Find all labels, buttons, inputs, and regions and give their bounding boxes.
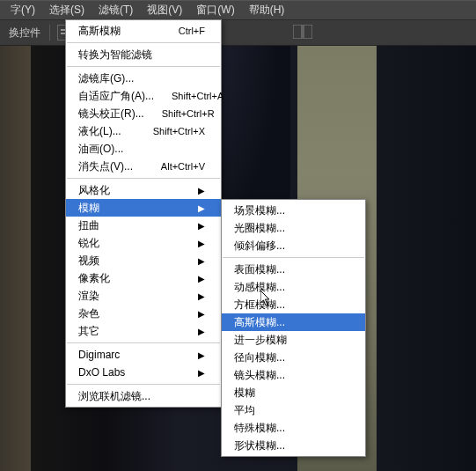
menu-item-label: 浏览联机滤镜... — [78, 389, 205, 404]
menu-separator — [223, 257, 364, 258]
menu-item-label: DxO Labs — [78, 366, 198, 379]
blur-item-1-0[interactable]: 表面模糊... — [222, 261, 365, 278]
menu-item-label: 视频 — [78, 254, 198, 269]
menu-item-label: 滤镜库(G)... — [78, 71, 205, 86]
menu-item-label: 场景模糊... — [234, 203, 349, 218]
menu-separator — [67, 342, 220, 343]
submenu-arrow-icon: ▶ — [198, 239, 205, 248]
filter-item-1-1[interactable]: 模糊▶ — [66, 199, 221, 217]
blur-item-1-2[interactable]: 方框模糊... — [222, 296, 365, 313]
filter-item-1-6[interactable]: 渲染▶ — [66, 287, 221, 305]
menu-item-label: 镜头模糊... — [234, 368, 349, 383]
filter-item-1-4[interactable]: 视频▶ — [66, 252, 221, 269]
filter-item-1-7[interactable]: 杂色▶ — [66, 305, 221, 322]
menu-item-label: 进一步模糊 — [234, 333, 349, 348]
submenu-arrow-icon: ▶ — [198, 256, 205, 266]
menu-item-label: 模糊 — [234, 386, 349, 401]
filter-item-2-0[interactable]: Digimarc▶ — [66, 346, 221, 364]
menu-shortcut: Shift+Ctrl+X — [153, 126, 205, 136]
panel-layout-icon[interactable] — [293, 25, 312, 40]
filter-item-0-3[interactable]: 液化(L)...Shift+Ctrl+X — [66, 122, 221, 140]
filter-item-1-2[interactable]: 扭曲▶ — [66, 217, 221, 234]
menu-item-label: 模糊 — [78, 201, 198, 216]
menu-type[interactable]: 字(Y) — [4, 1, 42, 19]
menu-item-label: 高斯模糊... — [234, 315, 349, 330]
submenu-arrow-icon: ▶ — [198, 203, 205, 213]
menu-item-label: 扭曲 — [78, 218, 198, 233]
menu-item-label: 方框模糊... — [234, 298, 349, 313]
filter-item-0-4[interactable]: 油画(O)... — [66, 140, 221, 158]
menu-item-label: 径向模糊... — [234, 350, 349, 365]
toolbar-divider — [49, 25, 50, 40]
filter-item-0-0[interactable]: 滤镜库(G)... — [66, 70, 221, 87]
menu-item-label: 倾斜偏移... — [234, 239, 349, 254]
blur-item-1-10[interactable]: 形状模糊... — [222, 437, 365, 454]
submenu-arrow-icon: ▶ — [198, 327, 205, 336]
blur-item-1-5[interactable]: 径向模糊... — [222, 349, 365, 366]
blur-item-1-9[interactable]: 特殊模糊... — [222, 419, 365, 437]
blur-item-0-2[interactable]: 倾斜偏移... — [222, 237, 365, 254]
submenu-arrow-icon: ▶ — [198, 186, 205, 195]
toolbar-label: 换控件 — [4, 26, 46, 40]
menu-item-label: 形状模糊... — [234, 438, 349, 453]
blur-item-1-1[interactable]: 动感模糊... — [222, 278, 365, 296]
menu-item-label: 特殊模糊... — [234, 421, 349, 436]
menu-separator — [67, 66, 220, 67]
submenu-arrow-icon: ▶ — [198, 350, 205, 360]
menu-item-label: 液化(L)... — [78, 124, 135, 139]
blur-item-1-7[interactable]: 模糊 — [222, 384, 365, 401]
menu-item-label: 动感模糊... — [234, 280, 349, 295]
submenu-arrow-icon: ▶ — [198, 291, 205, 301]
menu-item-label: 像素化 — [78, 271, 198, 286]
filter-item-0-2[interactable]: 镜头校正(R)...Shift+Ctrl+R — [66, 105, 221, 122]
filter-item-0-1[interactable]: 自适应广角(A)...Shift+Ctrl+A — [66, 87, 221, 105]
menu-shortcut: Shift+Ctrl+R — [162, 108, 215, 119]
menu-item-label: 表面模糊... — [234, 262, 349, 277]
menu-item-label: 油画(O)... — [78, 142, 205, 157]
menu-item-label: 渲染 — [78, 289, 198, 304]
menu-window[interactable]: 窗口(W) — [189, 1, 241, 19]
menu-item-label: 风格化 — [78, 183, 198, 198]
menu-shortcut: Shift+Ctrl+A — [172, 91, 223, 101]
menu-filter[interactable]: 滤镜(T) — [92, 1, 140, 19]
main-menubar: 字(Y) 选择(S) 滤镜(T) 视图(V) 窗口(W) 帮助(H) — [0, 0, 476, 19]
menu-separator — [67, 42, 220, 43]
submenu-arrow-icon: ▶ — [198, 221, 205, 231]
blur-item-1-3[interactable]: 高斯模糊... — [222, 313, 365, 331]
submenu-arrow-icon: ▶ — [198, 368, 205, 378]
submenu-arrow-icon: ▶ — [198, 309, 205, 319]
menu-item-label: 镜头校正(R)... — [78, 107, 144, 121]
blur-item-1-8[interactable]: 平均 — [222, 401, 365, 419]
menu-help[interactable]: 帮助(H) — [242, 1, 292, 19]
menu-shortcut: Alt+Ctrl+V — [161, 161, 205, 172]
menu-separator — [67, 384, 220, 385]
blur-item-0-1[interactable]: 光圈模糊... — [222, 219, 365, 237]
blur-submenu: 场景模糊...光圈模糊...倾斜偏移...表面模糊...动感模糊...方框模糊.… — [221, 199, 366, 457]
menu-item-label: 其它 — [78, 324, 198, 339]
filter-dropdown: 高斯模糊Ctrl+F转换为智能滤镜滤镜库(G)...自适应广角(A)...Shi… — [65, 19, 222, 408]
filter-item-0-5[interactable]: 消失点(V)...Alt+Ctrl+V — [66, 158, 221, 175]
menu-item-label: 高斯模糊 — [78, 24, 161, 39]
menu-item-label: Digimarc — [78, 349, 198, 361]
blur-item-1-4[interactable]: 进一步模糊 — [222, 331, 365, 349]
filter-convert-smart[interactable]: 转换为智能滤镜 — [66, 46, 221, 63]
blur-item-0-0[interactable]: 场景模糊... — [222, 202, 365, 219]
menu-item-label: 光圈模糊... — [234, 221, 349, 236]
filter-item-3-0[interactable]: 浏览联机滤镜... — [66, 387, 221, 405]
menu-shortcut: Ctrl+F — [179, 26, 205, 36]
filter-item-1-8[interactable]: 其它▶ — [66, 322, 221, 340]
menu-view[interactable]: 视图(V) — [140, 1, 189, 19]
filter-item-2-1[interactable]: DxO Labs▶ — [66, 364, 221, 381]
menu-item-label: 自适应广角(A)... — [78, 89, 154, 104]
svg-rect-5 — [304, 25, 312, 39]
menu-item-label: 杂色 — [78, 306, 198, 321]
menu-item-label: 转换为智能滤镜 — [78, 48, 205, 63]
blur-item-1-6[interactable]: 镜头模糊... — [222, 366, 365, 384]
filter-item-1-0[interactable]: 风格化▶ — [66, 181, 221, 199]
menu-separator — [67, 178, 220, 179]
menu-select[interactable]: 选择(S) — [42, 1, 92, 19]
filter-last[interactable]: 高斯模糊Ctrl+F — [66, 22, 221, 40]
filter-item-1-5[interactable]: 像素化▶ — [66, 269, 221, 287]
menu-item-label: 消失点(V)... — [78, 159, 143, 174]
filter-item-1-3[interactable]: 锐化▶ — [66, 234, 221, 252]
